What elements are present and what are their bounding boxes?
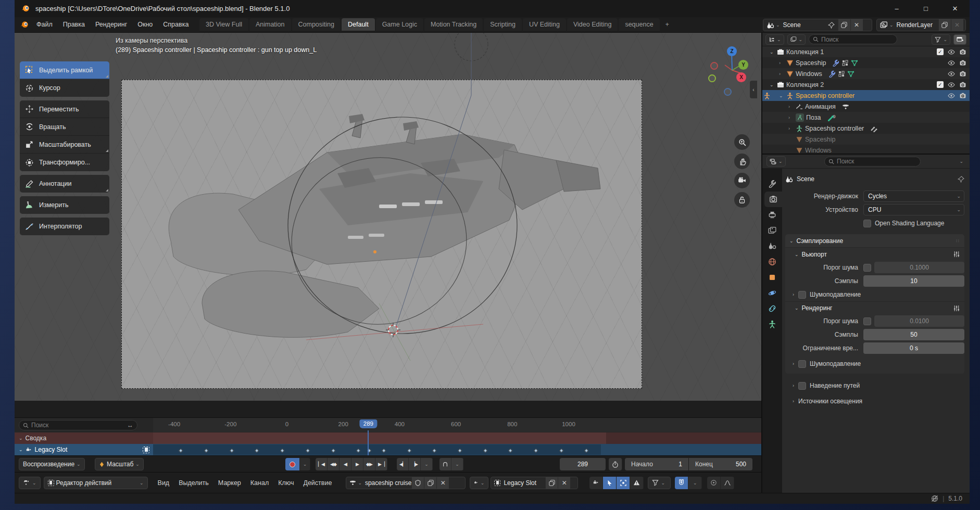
properties-tab-constraint[interactable] bbox=[762, 301, 782, 316]
next-keyframe-button[interactable]: ◆▶ bbox=[363, 458, 375, 470]
tool-rotate[interactable]: Вращать bbox=[20, 118, 109, 136]
check-toggle[interactable]: ✓ bbox=[937, 48, 944, 55]
frame-start-field[interactable]: Начало1 bbox=[625, 458, 688, 470]
blender-menu-icon[interactable] bbox=[20, 20, 29, 30]
viewport-noise-threshold-field[interactable]: 0.1000 bbox=[874, 262, 964, 273]
render-samples-field[interactable]: 50 bbox=[863, 329, 964, 340]
outliner-layer-dropdown[interactable]: ⌄ bbox=[787, 34, 806, 45]
scene-selector[interactable]: ⌄ Scene ✕ bbox=[763, 19, 872, 31]
use-preview-range-toggle[interactable] bbox=[609, 458, 622, 470]
render-denoise-checkbox[interactable] bbox=[798, 360, 806, 368]
tool-scale[interactable]: Масштабировать bbox=[20, 136, 109, 154]
keyframe-diamond[interactable] bbox=[458, 449, 462, 453]
dopesheet-menu-Действие[interactable]: Действие bbox=[298, 479, 336, 487]
outliner-item-label[interactable]: Анимация bbox=[805, 103, 836, 110]
loop-dropdown[interactable]: ⌄ bbox=[451, 458, 463, 470]
show-slots-toggle[interactable] bbox=[589, 477, 603, 489]
dopesheet-menu-Канал[interactable]: Канал bbox=[246, 479, 273, 487]
action-name[interactable]: spaceship cruise bbox=[365, 479, 411, 487]
properties-tab-output[interactable] bbox=[762, 207, 782, 223]
workspace-tab-animation[interactable]: Animation bbox=[249, 18, 291, 31]
channel-row-summary[interactable]: ⌄Сводка bbox=[15, 432, 761, 444]
axis-y[interactable]: Y bbox=[738, 60, 748, 70]
keyframe-diamond[interactable] bbox=[356, 449, 360, 453]
denoise-expand-icon[interactable]: › bbox=[793, 292, 794, 297]
outliner-item-label[interactable]: Spaceship bbox=[796, 59, 826, 67]
new-action-button[interactable] bbox=[424, 477, 436, 489]
falloff-curve-icon[interactable] bbox=[721, 477, 734, 489]
keyframe-diamond[interactable] bbox=[280, 449, 284, 453]
unlink-action-button[interactable]: ✕ bbox=[436, 477, 449, 489]
pin-icon[interactable] bbox=[825, 19, 838, 31]
keyframe-diamond[interactable] bbox=[559, 449, 563, 453]
axis-x[interactable]: X bbox=[736, 72, 746, 82]
current-frame-badge[interactable]: 289 bbox=[360, 419, 377, 428]
main-menu-Окно[interactable]: Окно bbox=[132, 18, 158, 31]
tool-box-select[interactable]: Выделить рамкой bbox=[20, 61, 109, 79]
dopesheet-menu-Выделить[interactable]: Выделить bbox=[174, 479, 213, 487]
slot-selector-icon[interactable]: ⌄ bbox=[470, 477, 488, 489]
properties-tab-tool[interactable] bbox=[762, 176, 782, 192]
playback-dropdown[interactable]: Воспроизведение⌄ bbox=[19, 458, 85, 470]
workspace-tab-uv-editing[interactable]: UV Editing bbox=[523, 18, 566, 31]
view-layer-icon[interactable]: ⌄ bbox=[877, 19, 897, 31]
properties-tab-data[interactable] bbox=[762, 316, 782, 332]
tool-annotate[interactable]: Аннотации bbox=[20, 175, 109, 193]
keyframe-diamond[interactable] bbox=[382, 449, 386, 453]
autokey-dropdown[interactable]: ⌄ bbox=[300, 458, 310, 470]
action-selector[interactable]: ⌄ spaceship cruise ✕ bbox=[346, 477, 466, 489]
keyframe-diamond[interactable] bbox=[255, 449, 259, 453]
axis-y-neg[interactable] bbox=[708, 74, 716, 82]
channel-search-input[interactable]: Поиск ↔ bbox=[19, 420, 137, 430]
eye-toggle[interactable] bbox=[948, 92, 955, 99]
render-engine-dropdown[interactable]: Cycles⌄ bbox=[863, 190, 964, 202]
keyframe-diamond[interactable] bbox=[331, 449, 335, 453]
outliner-item-label[interactable]: Коллекция 2 bbox=[786, 81, 824, 88]
render-subsection-header[interactable]: ⌄Рендеринг bbox=[785, 301, 964, 314]
cam-toggle[interactable] bbox=[959, 70, 966, 78]
viewport-samples-field[interactable]: 10 bbox=[863, 275, 964, 287]
filter-toggle-icon[interactable]: ↔ bbox=[127, 422, 133, 429]
outliner-row-коллекция-1[interactable]: ⌄Коллекция 1✓ bbox=[762, 46, 970, 57]
keyframe-diamond[interactable] bbox=[407, 449, 411, 453]
properties-tab-scene[interactable] bbox=[762, 238, 782, 254]
display-mode-dropdown[interactable]: ⌄ bbox=[765, 34, 784, 45]
editor-mode-dropdown[interactable]: Редактор действий⌄ bbox=[44, 477, 148, 489]
outliner-row-коллекция-2[interactable]: ⌄Коллекция 2✓ bbox=[762, 79, 970, 90]
device-dropdown[interactable]: CPU⌄ bbox=[863, 204, 964, 215]
outliner-row-spaceship-controller[interactable]: ⌄Spaceship controller bbox=[762, 90, 970, 101]
slot-pin-icon[interactable] bbox=[143, 447, 149, 453]
errors-filter-toggle[interactable] bbox=[630, 477, 644, 489]
workspace-tab-compositing[interactable]: Compositing bbox=[292, 18, 341, 31]
main-menu-Файл[interactable]: Файл bbox=[31, 18, 58, 31]
frame-back-button[interactable]: ◀▏ bbox=[397, 458, 409, 470]
maximize-button[interactable]: □ bbox=[911, 0, 940, 17]
keyframe-diamond[interactable] bbox=[584, 449, 588, 453]
workspace-tab-sequence[interactable]: sequence bbox=[619, 18, 659, 31]
outliner-search-input[interactable]: Поиск bbox=[809, 34, 897, 44]
outliner-row-spaceship-controller[interactable]: ›Spaceship controller bbox=[762, 123, 970, 134]
properties-tab-object[interactable] bbox=[762, 270, 782, 285]
camera-view-icon[interactable] bbox=[734, 173, 750, 188]
autokey-record-toggle[interactable] bbox=[285, 458, 300, 470]
proportional-edit-toggle[interactable] bbox=[707, 477, 721, 489]
render-noise-threshold-checkbox[interactable] bbox=[863, 317, 871, 325]
properties-tab-world[interactable] bbox=[762, 254, 782, 270]
scene-type-icon[interactable]: ⌄ bbox=[763, 19, 783, 31]
time-limit-field[interactable]: 0 s bbox=[863, 342, 964, 354]
outliner-row-spaceship[interactable]: ›Spaceship bbox=[762, 57, 970, 68]
lock-view-icon[interactable] bbox=[734, 192, 750, 208]
workspace-tab-3d-view-full[interactable]: 3D View Full bbox=[199, 18, 248, 31]
outliner-filter-dropdown[interactable]: ⌄ bbox=[932, 34, 950, 45]
outliner-item-label[interactable]: Коллекция 1 bbox=[786, 48, 824, 56]
loop-toggle[interactable] bbox=[439, 458, 451, 470]
keyframe-diamond[interactable] bbox=[432, 449, 436, 453]
outliner-row-spaceship[interactable]: Spaceship bbox=[762, 134, 970, 145]
action-selector-icon[interactable]: ⌄ bbox=[346, 477, 365, 489]
keying-dropdown[interactable]: Масштаб⌄ bbox=[95, 458, 144, 470]
outliner-item-label[interactable]: Windows bbox=[796, 70, 822, 78]
eye-toggle[interactable] bbox=[948, 81, 955, 88]
workspace-tab-motion-tracking[interactable]: Motion Tracking bbox=[424, 18, 483, 31]
main-menu-Правка[interactable]: Правка bbox=[58, 18, 90, 31]
outliner-row-windows[interactable]: ›Windows bbox=[762, 68, 970, 79]
